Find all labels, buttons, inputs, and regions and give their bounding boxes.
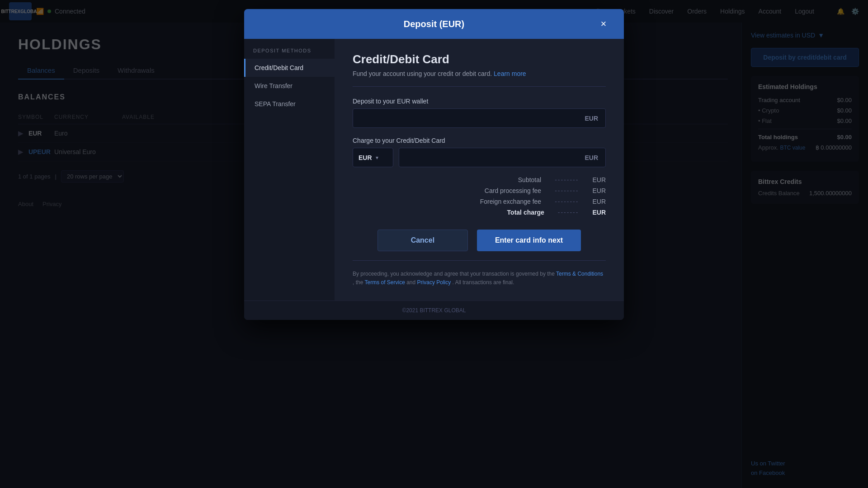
modal-footer-text: By proceeding, you acknowledge and agree…	[353, 260, 606, 287]
currency-select[interactable]: EUR ▾	[353, 148, 393, 167]
total-label: Total charge	[507, 209, 544, 216]
charge-amount-input[interactable]	[399, 148, 577, 167]
total-currency: EUR	[592, 209, 606, 216]
deposit-amount-input[interactable]	[353, 109, 577, 127]
card-fee-label: Card processing fee	[485, 187, 541, 194]
currency-select-label: EUR	[359, 154, 372, 161]
deposit-input-wrapper: EUR	[353, 108, 606, 128]
modal-footer-copyright: ©2021 BITTREX GLOBAL	[244, 300, 624, 320]
charge-amount-group: Charge to your Credit/Debit Card EUR ▾ E…	[353, 137, 606, 167]
foreign-fee-currency: EUR	[592, 198, 606, 205]
modal-actions: Cancel Enter card info next	[353, 230, 606, 251]
foreign-fee-label: Foreign exchange fee	[480, 198, 541, 205]
subtotal-row: Subtotal -------- EUR	[353, 176, 606, 183]
modal-divider	[353, 86, 606, 87]
deposit-amount-group: Deposit to your EUR wallet EUR	[353, 98, 606, 128]
modal-section-title: Credit/Debit Card	[353, 52, 606, 66]
menu-item-sepa-transfer[interactable]: SEPA Transfer	[244, 95, 335, 113]
deposit-suffix: EUR	[577, 109, 605, 127]
charge-suffix: EUR	[577, 149, 605, 167]
chevron-down-icon: ▾	[376, 155, 378, 161]
fees-section: Subtotal -------- EUR Card processing fe…	[353, 176, 606, 216]
deposit-modal: Deposit (EUR) × DEPOSIT METHODS Credit/D…	[244, 9, 624, 320]
subtotal-label: Subtotal	[518, 176, 541, 183]
modal-close-button[interactable]: ×	[597, 17, 610, 31]
subtotal-currency: EUR	[592, 176, 606, 183]
modal-title: Deposit (EUR)	[404, 19, 464, 29]
learn-more-link[interactable]: Learn more	[494, 70, 526, 77]
modal-overlay: Deposit (EUR) × DEPOSIT METHODS Credit/D…	[0, 0, 868, 488]
terms-of-service-link[interactable]: Terms of Service	[364, 279, 405, 286]
foreign-fee-row: Foreign exchange fee -------- EUR	[353, 198, 606, 205]
total-charge-row: Total charge ------- EUR	[353, 209, 606, 216]
card-fee-currency: EUR	[592, 187, 606, 194]
modal-body: DEPOSIT METHODS Credit/Debit Card Wire T…	[244, 39, 624, 300]
card-fee-dashes: --------	[555, 187, 579, 194]
total-dashes: -------	[558, 209, 579, 216]
menu-item-credit-card[interactable]: Credit/Debit Card	[244, 59, 335, 77]
foreign-fee-dashes: --------	[555, 198, 579, 205]
modal-description: Fund your account using your credit or d…	[353, 70, 606, 77]
cancel-button[interactable]: Cancel	[377, 230, 468, 251]
privacy-policy-link[interactable]: Privacy Policy	[417, 279, 451, 286]
deposit-label: Deposit to your EUR wallet	[353, 98, 606, 105]
modal-sidebar: DEPOSIT METHODS Credit/Debit Card Wire T…	[244, 39, 335, 300]
modal-main-content: Credit/Debit Card Fund your account usin…	[335, 39, 624, 300]
deposit-methods-label: DEPOSIT METHODS	[244, 48, 335, 53]
charge-label: Charge to your Credit/Debit Card	[353, 137, 606, 144]
enter-card-info-button[interactable]: Enter card info next	[477, 230, 581, 251]
subtotal-dashes: --------	[555, 176, 579, 183]
charge-input-wrapper: EUR	[399, 148, 606, 167]
card-fee-row: Card processing fee -------- EUR	[353, 187, 606, 194]
modal-header: Deposit (EUR) ×	[244, 9, 624, 39]
menu-item-wire-transfer[interactable]: Wire Transfer	[244, 77, 335, 95]
charge-row: EUR ▾ EUR	[353, 148, 606, 167]
terms-conditions-link[interactable]: Terms & Conditions	[556, 271, 603, 277]
